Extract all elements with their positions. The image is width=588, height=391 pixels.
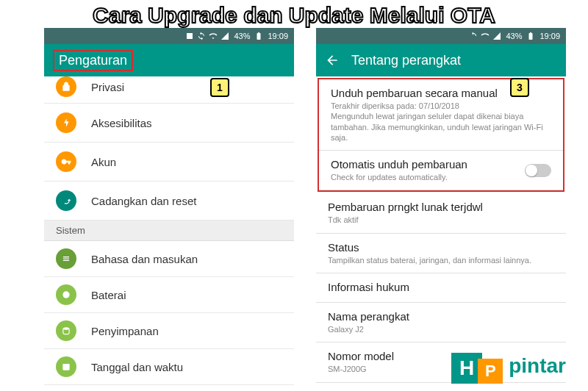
device-name-item[interactable]: Nama perangkat Galaxy J2 bbox=[316, 303, 566, 342]
lock-icon bbox=[56, 76, 76, 97]
left-screenshot: 43% 19:09 Pengaturan 1 Privasi Aksesibil… bbox=[44, 28, 294, 391]
language-icon bbox=[56, 248, 76, 269]
logo-p-box: P bbox=[478, 359, 503, 384]
wifi-icon bbox=[481, 32, 490, 40]
battery-text: 43% bbox=[234, 32, 250, 40]
svg-rect-3 bbox=[62, 364, 69, 370]
list-label: Tanggal dan waktu bbox=[91, 361, 183, 373]
list-label: Privasi bbox=[91, 81, 124, 93]
right-screenshot: 43% 19:09 Tentang perangkat 3 Unduh pemb… bbox=[316, 28, 566, 391]
item-subtitle: Tampilkan status baterai, jaringan, dan … bbox=[328, 255, 554, 265]
legal-info-item[interactable]: Informasi hukum bbox=[316, 273, 566, 303]
time-text: 19:09 bbox=[539, 32, 560, 40]
status-bar: 43% 19:09 bbox=[316, 28, 566, 44]
step-badge-3: 3 bbox=[510, 78, 529, 97]
settings-header: Pengaturan bbox=[44, 44, 294, 76]
status-bar: 43% 19:09 bbox=[44, 28, 294, 44]
svg-rect-0 bbox=[187, 33, 193, 39]
storage-item[interactable]: Penyimpanan bbox=[44, 313, 294, 349]
svg-point-2 bbox=[63, 327, 69, 330]
sync-icon bbox=[469, 32, 478, 40]
backup-icon bbox=[56, 190, 76, 211]
list-label: Penyimpanan bbox=[91, 325, 159, 337]
scheduled-update-item[interactable]: Pembaruan prngkt lunak terjdwl Tdk aktif bbox=[316, 193, 566, 233]
language-item[interactable]: Bahasa dan masukan bbox=[44, 241, 294, 277]
accessibility-item[interactable]: Aksesibilitas bbox=[44, 104, 294, 143]
list-label: Akun bbox=[91, 156, 116, 168]
item-subtitle: Check for updates automatically. bbox=[331, 172, 467, 182]
key-icon bbox=[56, 151, 76, 172]
list-label: Bahasa dan masukan bbox=[91, 253, 198, 265]
privacy-item-partial[interactable]: Privasi bbox=[44, 76, 294, 104]
item-title: Nama perangkat bbox=[328, 310, 554, 323]
about-header: Tentang perangkat bbox=[316, 44, 566, 76]
status-item[interactable]: Status Tampilkan status baterai, jaringa… bbox=[316, 234, 566, 273]
battery-icon bbox=[526, 32, 535, 40]
battery-text: 43% bbox=[506, 32, 522, 40]
datetime-item[interactable]: Tanggal dan waktu bbox=[44, 349, 294, 385]
item-subtitle: Tdk aktif bbox=[328, 215, 554, 225]
item-title: Otomatis unduh pembaruan bbox=[331, 158, 467, 171]
item-title: Informasi hukum bbox=[328, 281, 554, 293]
auto-update-toggle[interactable] bbox=[525, 164, 551, 177]
list-label: Aksesibilitas bbox=[91, 117, 152, 129]
hp-pintar-logo: H P pintar bbox=[451, 348, 566, 384]
signal-icon bbox=[492, 32, 501, 40]
logo-text: pintar bbox=[509, 354, 566, 378]
step-badge-1: 1 bbox=[210, 78, 229, 97]
svg-point-1 bbox=[62, 291, 69, 298]
backup-item[interactable]: Cadangkan dan reset bbox=[44, 182, 294, 220]
manual-item[interactable]: Buku panduan Pemakai bbox=[44, 385, 294, 391]
battery-settings-icon bbox=[56, 284, 76, 305]
list-label: Cadangkan dan reset bbox=[91, 195, 196, 207]
list-label: Baterai bbox=[91, 289, 126, 301]
item-title: Pembaruan prngkt lunak terjdwl bbox=[328, 201, 554, 213]
notification-icon bbox=[185, 32, 194, 40]
overlay-title: Cara Upgrade dan Update Melalui OTA bbox=[0, 3, 588, 28]
back-arrow-icon[interactable] bbox=[325, 53, 340, 68]
sync-icon bbox=[197, 32, 206, 40]
battery-item[interactable]: Baterai bbox=[44, 277, 294, 313]
account-item[interactable]: Akun bbox=[44, 143, 294, 182]
time-text: 19:09 bbox=[268, 32, 288, 40]
item-subtitle: Terakhir diperiksa pada: 07/10/2018 Meng… bbox=[331, 101, 551, 143]
item-title: Status bbox=[328, 241, 554, 254]
hand-icon bbox=[56, 112, 76, 133]
system-section: Sistem bbox=[44, 220, 294, 241]
header-title: Tentang perangkat bbox=[351, 53, 461, 68]
storage-icon bbox=[56, 320, 76, 341]
signal-icon bbox=[220, 32, 229, 40]
item-subtitle: Galaxy J2 bbox=[328, 324, 554, 334]
wifi-icon bbox=[209, 32, 218, 40]
calendar-icon bbox=[56, 356, 76, 377]
battery-icon bbox=[254, 32, 263, 40]
android-version-item-partial[interactable]: Versi Android bbox=[316, 383, 566, 391]
header-title-highlighted: Pengaturan bbox=[53, 50, 133, 71]
auto-update-item[interactable]: Otomatis unduh pembaruan Check for updat… bbox=[319, 151, 563, 190]
